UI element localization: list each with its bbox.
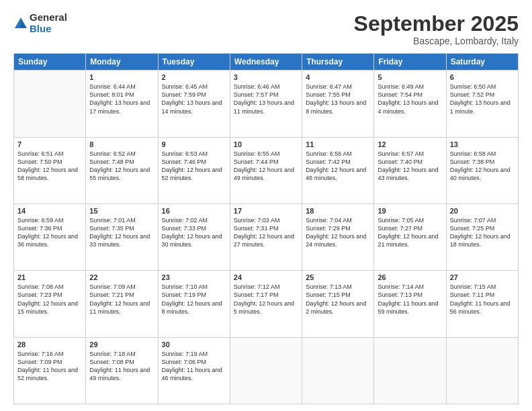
calendar-cell: 30Sunrise: 7:19 AMSunset: 7:06 PMDayligh… bbox=[158, 337, 230, 404]
day-info: Sunrise: 6:50 AMSunset: 7:52 PMDaylight:… bbox=[450, 83, 515, 116]
day-number: 4 bbox=[306, 73, 370, 81]
calendar-cell: 6Sunrise: 6:50 AMSunset: 7:52 PMDaylight… bbox=[446, 71, 518, 137]
calendar-cell: 18Sunrise: 7:04 AMSunset: 7:29 PMDayligh… bbox=[302, 203, 374, 270]
day-info: Sunrise: 7:07 AMSunset: 7:25 PMDaylight:… bbox=[450, 216, 515, 249]
calendar-cell: 16Sunrise: 7:02 AMSunset: 7:33 PMDayligh… bbox=[158, 203, 230, 270]
calendar-cell: 1Sunrise: 6:44 AMSunset: 8:01 PMDaylight… bbox=[86, 71, 158, 137]
day-number: 25 bbox=[306, 273, 370, 281]
logo: General Blue bbox=[13, 12, 67, 34]
calendar-cell: 2Sunrise: 6:45 AMSunset: 7:59 PMDaylight… bbox=[158, 71, 230, 137]
day-number: 3 bbox=[234, 73, 298, 81]
day-info: Sunrise: 6:57 AMSunset: 7:40 PMDaylight:… bbox=[378, 150, 442, 183]
day-number: 24 bbox=[234, 273, 298, 281]
calendar-cell bbox=[446, 337, 518, 404]
day-info: Sunrise: 7:03 AMSunset: 7:31 PMDaylight:… bbox=[234, 216, 298, 249]
calendar-cell: 11Sunrise: 6:56 AMSunset: 7:42 PMDayligh… bbox=[302, 137, 374, 203]
calendar-cell: 10Sunrise: 6:55 AMSunset: 7:44 PMDayligh… bbox=[230, 137, 302, 203]
calendar-cell: 22Sunrise: 7:09 AMSunset: 7:21 PMDayligh… bbox=[86, 271, 158, 337]
day-number: 5 bbox=[378, 73, 442, 81]
calendar-cell: 24Sunrise: 7:12 AMSunset: 7:17 PMDayligh… bbox=[230, 271, 302, 337]
day-info: Sunrise: 6:44 AMSunset: 8:01 PMDaylight:… bbox=[89, 83, 154, 116]
calendar-cell: 28Sunrise: 7:16 AMSunset: 7:09 PMDayligh… bbox=[14, 337, 86, 404]
day-number: 29 bbox=[89, 340, 154, 349]
day-info: Sunrise: 6:47 AMSunset: 7:55 PMDaylight:… bbox=[306, 83, 370, 116]
day-info: Sunrise: 7:02 AMSunset: 7:33 PMDaylight:… bbox=[162, 216, 226, 249]
header-friday: Friday bbox=[374, 54, 446, 71]
day-number: 26 bbox=[378, 273, 442, 281]
day-info: Sunrise: 6:59 AMSunset: 7:36 PMDaylight:… bbox=[17, 216, 82, 249]
day-number: 13 bbox=[450, 140, 515, 148]
day-info: Sunrise: 7:13 AMSunset: 7:15 PMDaylight:… bbox=[306, 283, 370, 316]
calendar-cell: 15Sunrise: 7:01 AMSunset: 7:35 PMDayligh… bbox=[86, 203, 158, 270]
day-info: Sunrise: 7:08 AMSunset: 7:23 PMDaylight:… bbox=[17, 283, 82, 316]
day-info: Sunrise: 7:16 AMSunset: 7:09 PMDaylight:… bbox=[17, 350, 82, 383]
day-info: Sunrise: 6:53 AMSunset: 7:46 PMDaylight:… bbox=[162, 150, 226, 183]
day-number: 18 bbox=[306, 207, 370, 215]
day-number: 28 bbox=[17, 340, 82, 349]
weekday-header-row: Sunday Monday Tuesday Wednesday Thursday… bbox=[14, 54, 519, 71]
day-number: 12 bbox=[378, 140, 442, 148]
day-number: 8 bbox=[89, 140, 154, 148]
day-info: Sunrise: 6:58 AMSunset: 7:38 PMDaylight:… bbox=[450, 150, 515, 183]
day-info: Sunrise: 7:14 AMSunset: 7:13 PMDaylight:… bbox=[378, 283, 442, 316]
header-tuesday: Tuesday bbox=[158, 54, 230, 71]
calendar-cell: 7Sunrise: 6:51 AMSunset: 7:50 PMDaylight… bbox=[14, 137, 86, 203]
day-number: 2 bbox=[162, 73, 226, 81]
logo-icon bbox=[13, 16, 28, 31]
month-title: September 2025 bbox=[354, 12, 519, 36]
day-info: Sunrise: 6:51 AMSunset: 7:50 PMDaylight:… bbox=[17, 150, 82, 183]
day-info: Sunrise: 7:09 AMSunset: 7:21 PMDaylight:… bbox=[89, 283, 154, 316]
calendar-cell: 29Sunrise: 7:18 AMSunset: 7:08 PMDayligh… bbox=[86, 337, 158, 404]
day-info: Sunrise: 7:12 AMSunset: 7:17 PMDaylight:… bbox=[234, 283, 298, 316]
logo-general-text: General bbox=[30, 11, 67, 23]
day-info: Sunrise: 6:55 AMSunset: 7:44 PMDaylight:… bbox=[234, 150, 298, 183]
day-number: 10 bbox=[234, 140, 298, 148]
svg-marker-1 bbox=[21, 19, 26, 28]
logo-blue-text: Blue bbox=[30, 23, 52, 34]
day-info: Sunrise: 7:04 AMSunset: 7:29 PMDaylight:… bbox=[306, 216, 370, 249]
day-number: 19 bbox=[378, 207, 442, 215]
calendar-table: Sunday Monday Tuesday Wednesday Thursday… bbox=[13, 53, 519, 404]
day-info: Sunrise: 7:05 AMSunset: 7:27 PMDaylight:… bbox=[378, 216, 442, 249]
header-thursday: Thursday bbox=[302, 54, 374, 71]
calendar-week-row: 14Sunrise: 6:59 AMSunset: 7:36 PMDayligh… bbox=[14, 203, 519, 270]
day-number: 30 bbox=[162, 340, 226, 349]
day-info: Sunrise: 6:56 AMSunset: 7:42 PMDaylight:… bbox=[306, 150, 370, 183]
calendar-week-row: 21Sunrise: 7:08 AMSunset: 7:23 PMDayligh… bbox=[14, 271, 519, 337]
day-info: Sunrise: 6:46 AMSunset: 7:57 PMDaylight:… bbox=[234, 83, 298, 116]
calendar-cell: 21Sunrise: 7:08 AMSunset: 7:23 PMDayligh… bbox=[14, 271, 86, 337]
calendar-cell: 19Sunrise: 7:05 AMSunset: 7:27 PMDayligh… bbox=[374, 203, 446, 270]
header: General Blue September 2025 Bascape, Lom… bbox=[13, 12, 519, 46]
calendar-cell bbox=[14, 71, 86, 137]
calendar-cell: 14Sunrise: 6:59 AMSunset: 7:36 PMDayligh… bbox=[14, 203, 86, 270]
calendar-cell: 4Sunrise: 6:47 AMSunset: 7:55 PMDaylight… bbox=[302, 71, 374, 137]
day-number: 27 bbox=[450, 273, 515, 281]
day-info: Sunrise: 7:01 AMSunset: 7:35 PMDaylight:… bbox=[89, 216, 154, 249]
calendar-cell: 26Sunrise: 7:14 AMSunset: 7:13 PMDayligh… bbox=[374, 271, 446, 337]
day-number: 9 bbox=[162, 140, 226, 148]
calendar-cell: 12Sunrise: 6:57 AMSunset: 7:40 PMDayligh… bbox=[374, 137, 446, 203]
day-info: Sunrise: 7:18 AMSunset: 7:08 PMDaylight:… bbox=[89, 350, 154, 383]
header-sunday: Sunday bbox=[14, 54, 86, 71]
location: Bascape, Lombardy, Italy bbox=[354, 36, 519, 46]
day-number: 14 bbox=[17, 207, 82, 215]
day-number: 17 bbox=[234, 207, 298, 215]
header-saturday: Saturday bbox=[446, 54, 518, 71]
calendar-cell: 13Sunrise: 6:58 AMSunset: 7:38 PMDayligh… bbox=[446, 137, 518, 203]
calendar-cell: 5Sunrise: 6:49 AMSunset: 7:54 PMDaylight… bbox=[374, 71, 446, 137]
day-number: 1 bbox=[89, 73, 154, 81]
day-info: Sunrise: 6:52 AMSunset: 7:48 PMDaylight:… bbox=[89, 150, 154, 183]
calendar-cell: 23Sunrise: 7:10 AMSunset: 7:19 PMDayligh… bbox=[158, 271, 230, 337]
calendar-cell: 3Sunrise: 6:46 AMSunset: 7:57 PMDaylight… bbox=[230, 71, 302, 137]
day-info: Sunrise: 7:15 AMSunset: 7:11 PMDaylight:… bbox=[450, 283, 515, 316]
day-info: Sunrise: 6:45 AMSunset: 7:59 PMDaylight:… bbox=[162, 83, 226, 116]
day-info: Sunrise: 7:10 AMSunset: 7:19 PMDaylight:… bbox=[162, 283, 226, 316]
calendar-week-row: 1Sunrise: 6:44 AMSunset: 8:01 PMDaylight… bbox=[14, 71, 519, 137]
calendar-cell: 25Sunrise: 7:13 AMSunset: 7:15 PMDayligh… bbox=[302, 271, 374, 337]
calendar-week-row: 28Sunrise: 7:16 AMSunset: 7:09 PMDayligh… bbox=[14, 337, 519, 404]
calendar-cell: 17Sunrise: 7:03 AMSunset: 7:31 PMDayligh… bbox=[230, 203, 302, 270]
calendar-cell: 20Sunrise: 7:07 AMSunset: 7:25 PMDayligh… bbox=[446, 203, 518, 270]
calendar-cell: 9Sunrise: 6:53 AMSunset: 7:46 PMDaylight… bbox=[158, 137, 230, 203]
day-info: Sunrise: 6:49 AMSunset: 7:54 PMDaylight:… bbox=[378, 83, 442, 116]
calendar-cell bbox=[302, 337, 374, 404]
